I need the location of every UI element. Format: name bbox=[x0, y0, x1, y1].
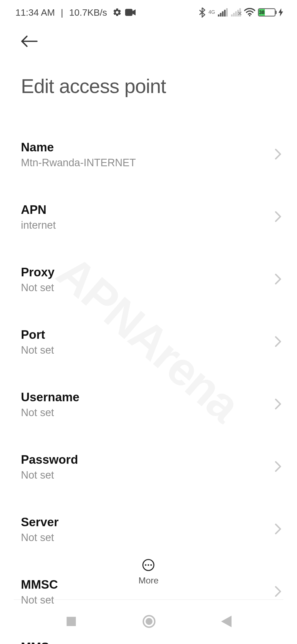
chevron-right-icon bbox=[274, 273, 282, 286]
row-value: Mtn-Rwanda-INTERNET bbox=[21, 157, 276, 169]
page-title: Edit access point bbox=[21, 75, 276, 97]
bluetooth-icon bbox=[199, 7, 206, 18]
row-name[interactable]: Name Mtn-Rwanda-INTERNET bbox=[0, 130, 297, 179]
row-value: Not set bbox=[21, 532, 276, 544]
settings-gear-icon bbox=[112, 8, 122, 17]
wifi-icon bbox=[244, 8, 255, 17]
status-time: 11:34 AM bbox=[15, 7, 55, 18]
row-mms-proxy[interactable]: MMS proxy Not set bbox=[0, 630, 297, 644]
camera-icon bbox=[125, 9, 136, 16]
svg-rect-4 bbox=[224, 10, 226, 17]
status-net-speed: 10.7KB/s bbox=[69, 7, 107, 18]
row-proxy[interactable]: Proxy Not set bbox=[0, 255, 297, 304]
svg-rect-9 bbox=[237, 10, 239, 17]
sim1-signal-icon bbox=[218, 8, 228, 17]
svg-rect-3 bbox=[222, 11, 224, 17]
settings-list: Name Mtn-Rwanda-INTERNET APN internet Pr… bbox=[0, 130, 297, 644]
svg-rect-8 bbox=[235, 11, 237, 17]
row-label: APN bbox=[21, 203, 276, 217]
chevron-right-icon bbox=[274, 398, 282, 411]
row-apn[interactable]: APN internet bbox=[0, 193, 297, 241]
sim2-signal-icon bbox=[231, 8, 241, 17]
status-separator: | bbox=[58, 7, 66, 18]
row-value: Not set bbox=[21, 469, 276, 481]
back-button[interactable] bbox=[21, 35, 276, 48]
row-label: Proxy bbox=[21, 265, 276, 279]
row-value: Not set bbox=[21, 407, 276, 419]
chevron-right-icon bbox=[274, 523, 282, 536]
row-label: Port bbox=[21, 328, 276, 342]
page-header: Edit access point bbox=[0, 25, 297, 100]
row-value: Not set bbox=[21, 282, 276, 294]
svg-rect-7 bbox=[233, 13, 235, 17]
row-label: Name bbox=[21, 140, 276, 154]
svg-rect-5 bbox=[226, 8, 228, 17]
row-value: internet bbox=[21, 219, 276, 231]
row-label: MMS proxy bbox=[21, 640, 276, 644]
status-bar: 11:34 AM | 10.7KB/s 4G bbox=[0, 0, 297, 25]
row-mmsc[interactable]: MMSC Not set bbox=[0, 568, 297, 616]
row-label: Username bbox=[21, 390, 276, 404]
row-server[interactable]: Server Not set bbox=[0, 505, 297, 553]
row-username[interactable]: Username Not set bbox=[0, 380, 297, 429]
chevron-right-icon bbox=[274, 461, 282, 473]
chevron-right-icon bbox=[274, 148, 282, 161]
charging-bolt-icon bbox=[278, 8, 283, 17]
svg-rect-0 bbox=[125, 9, 133, 16]
row-label: Server bbox=[21, 515, 276, 529]
row-value: Not set bbox=[21, 594, 276, 606]
row-password[interactable]: Password Not set bbox=[0, 443, 297, 491]
svg-rect-6 bbox=[231, 15, 233, 17]
svg-point-11 bbox=[249, 15, 250, 16]
network-type-badge: 4G bbox=[208, 9, 215, 15]
row-value: Not set bbox=[21, 344, 276, 356]
row-label: Password bbox=[21, 453, 276, 466]
chevron-right-icon bbox=[274, 336, 282, 348]
battery-icon: 38 bbox=[258, 8, 276, 17]
row-port[interactable]: Port Not set bbox=[0, 318, 297, 366]
chevron-right-icon bbox=[274, 586, 282, 598]
chevron-right-icon bbox=[274, 211, 282, 223]
svg-rect-1 bbox=[218, 15, 219, 17]
row-label: MMSC bbox=[21, 578, 276, 591]
svg-rect-2 bbox=[220, 13, 222, 17]
